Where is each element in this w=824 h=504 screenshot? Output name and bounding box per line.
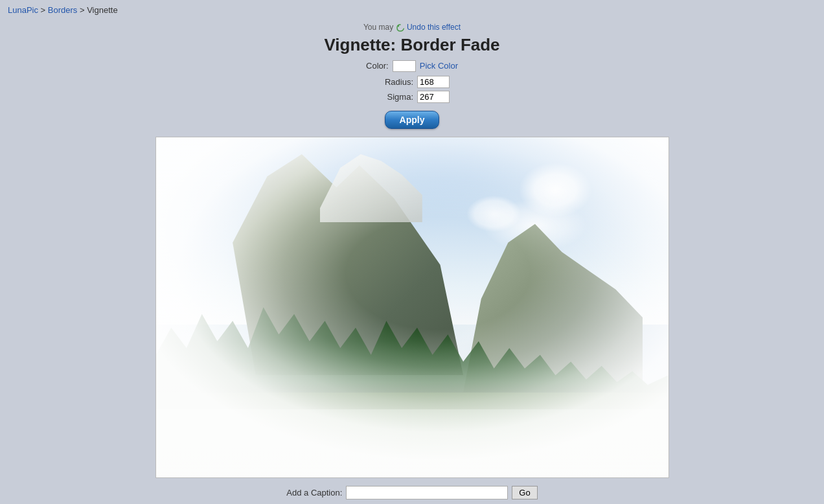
breadcrumb-lunapic[interactable]: LunaPic <box>8 5 38 15</box>
image-frame <box>155 137 669 478</box>
vignette-overlay <box>156 137 669 477</box>
color-swatch[interactable] <box>393 60 416 72</box>
sigma-label: Sigma: <box>374 92 413 102</box>
caption-label: Add a Caption: <box>286 488 342 498</box>
undo-line: You may Undo this effect <box>0 23 824 32</box>
controls-area: You may Undo this effect Vignette: Borde… <box>0 23 824 129</box>
radius-label: Radius: <box>374 77 413 87</box>
breadcrumb: LunaPic > Borders > Vignette <box>0 0 824 20</box>
apply-button-container: Apply <box>0 106 824 129</box>
pick-color-link[interactable]: Pick Color <box>420 61 458 71</box>
sigma-input[interactable] <box>417 91 450 103</box>
radius-input[interactable] <box>417 76 450 88</box>
undo-link[interactable]: Undo this effect <box>407 23 461 32</box>
breadcrumb-current: Vignette <box>87 5 117 15</box>
radius-row: Radius: <box>0 76 824 88</box>
mountain-scene <box>156 137 669 477</box>
caption-input[interactable] <box>346 486 508 499</box>
breadcrumb-borders[interactable]: Borders <box>48 5 78 15</box>
page-title: Vignette: Border Fade <box>0 35 824 55</box>
footer-area: Add a Caption: Go Save or Share on FaceB… <box>0 486 824 504</box>
sigma-row: Sigma: <box>0 91 824 103</box>
go-button[interactable]: Go <box>512 486 537 499</box>
color-row: Color: Pick Color <box>0 60 824 72</box>
undo-icon <box>396 23 405 32</box>
apply-button[interactable]: Apply <box>385 111 440 129</box>
color-label: Color: <box>366 61 389 71</box>
image-container <box>0 137 824 478</box>
caption-row: Add a Caption: Go <box>0 486 824 499</box>
